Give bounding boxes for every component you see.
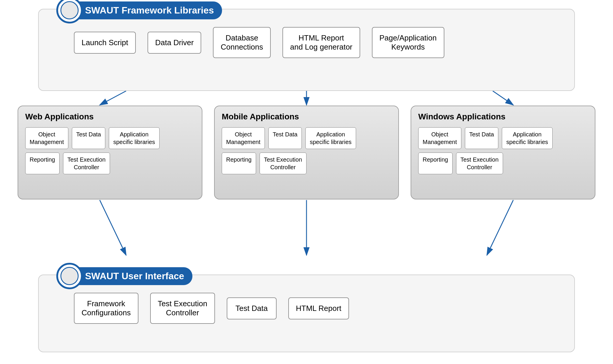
windows-reporting: Reporting [418, 153, 453, 174]
mobile-inner-boxes: Object Management Test Data Application … [222, 127, 391, 174]
user-interface-section: SWAUT User Interface Framework Configura… [38, 275, 575, 352]
web-test-execution: Test Execution Controller [63, 153, 110, 174]
web-object-management: Object Management [25, 127, 68, 149]
mobile-reporting: Reporting [222, 153, 256, 174]
framework-libraries-badge: SWAUT Framework Libraries [56, 0, 222, 23]
mobile-applications-section: Mobile Applications Object Management Te… [214, 106, 399, 199]
web-applications-title: Web Applications [25, 112, 195, 121]
windows-test-execution: Test Execution Controller [456, 153, 503, 174]
mobile-test-data: Test Data [268, 127, 302, 149]
library-boxes: Launch Script Data Driver Database Conne… [74, 27, 563, 58]
lib-box-database-connections: Database Connections [213, 27, 271, 58]
lib-box-data-driver: Data Driver [148, 32, 201, 54]
windows-applications-section: Windows Applications Object Management T… [411, 106, 595, 199]
mobile-test-execution: Test Execution Controller [260, 153, 306, 174]
badge-circle-bottom [56, 263, 83, 289]
svg-line-4 [493, 91, 513, 105]
badge-inner-circle-bottom [60, 267, 79, 285]
user-interface-label: SWAUT User Interface [79, 267, 192, 285]
ui-test-execution-controller: Test Execution Controller [150, 293, 215, 324]
ui-html-report: HTML Report [288, 297, 349, 319]
middle-row: Web Applications Object Management Test … [18, 106, 595, 199]
svg-line-5 [100, 200, 126, 255]
user-interface-badge: SWAUT User Interface [56, 263, 192, 289]
web-applications-section: Web Applications Object Management Test … [18, 106, 202, 199]
windows-app-specific-libs: Application specific libraries [502, 127, 552, 149]
diagram-container: SWAUT Framework Libraries Launch Script … [0, 0, 613, 364]
ui-test-data: Test Data [227, 297, 277, 319]
svg-line-7 [487, 200, 513, 255]
ui-framework-configurations: Framework Configurations [74, 293, 138, 324]
mobile-applications-title: Mobile Applications [222, 112, 391, 121]
windows-applications-title: Windows Applications [418, 112, 588, 121]
web-inner-boxes: Object Management Test Data Application … [25, 127, 195, 174]
lib-box-html-report: HTML Report and Log generator [282, 27, 360, 58]
web-test-data: Test Data [72, 127, 105, 149]
windows-object-management: Object Management [418, 127, 461, 149]
ui-boxes: Framework Configurations Test Execution … [74, 293, 563, 324]
badge-inner-circle-top [60, 1, 79, 19]
mobile-app-specific-libs: Application specific libraries [305, 127, 356, 149]
mobile-object-management: Object Management [222, 127, 265, 149]
svg-line-2 [100, 91, 126, 105]
framework-libraries-section: SWAUT Framework Libraries Launch Script … [38, 9, 575, 91]
lib-box-launch-script: Launch Script [74, 32, 136, 54]
web-reporting: Reporting [25, 153, 60, 174]
windows-inner-boxes: Object Management Test Data Application … [418, 127, 588, 174]
lib-box-page-keywords: Page/Application Keywords [372, 27, 444, 58]
windows-test-data: Test Data [465, 127, 498, 149]
badge-circle-top [56, 0, 83, 23]
framework-libraries-label: SWAUT Framework Libraries [79, 1, 222, 19]
web-app-specific-libs: Application specific libraries [109, 127, 159, 149]
